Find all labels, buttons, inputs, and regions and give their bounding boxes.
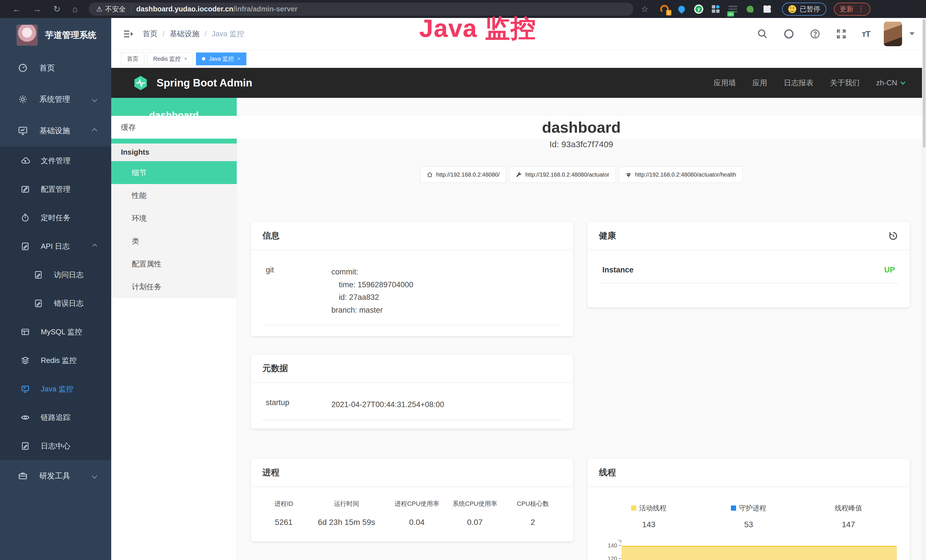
col-header-system-cpu: 系统CPU使用率 <box>446 499 504 508</box>
search-icon[interactable] <box>757 28 768 40</box>
health-url-button[interactable]: http://192.168.0.2:48080/actuator/health <box>619 166 743 183</box>
forward-icon[interactable]: → <box>33 5 41 14</box>
sba-nav-wallboard[interactable]: 应用墙 <box>714 78 736 88</box>
service-url-button[interactable]: http://192.168.0.2:48080/ <box>420 166 506 183</box>
sidebar-item-log-center[interactable]: 日志中心 <box>0 431 111 460</box>
admin-sidebar: 芋道管理系统 首页 系统管理 基础设施 文件管理 配置管理 <box>0 18 111 560</box>
sba-nav-about[interactable]: 关于我们 <box>830 78 859 88</box>
extension-icon-sprout[interactable] <box>745 4 755 14</box>
extension-icon-orange[interactable]: 1 <box>659 4 670 14</box>
help-icon[interactable] <box>809 28 821 40</box>
sidebar-item-config-manage[interactable]: 配置管理 <box>0 175 111 203</box>
legend-swatch-blue <box>731 506 736 511</box>
hamburger-icon[interactable] <box>123 28 134 40</box>
process-card-header: 进程 <box>251 459 573 487</box>
sidebar-item-mysql-monitor[interactable]: MySQL 监控 <box>0 318 111 346</box>
locale-selector[interactable]: zh-CN <box>876 79 905 87</box>
infra-submenu: 文件管理 配置管理 定时任务 API 日志 访问日志 错误日志 <box>0 146 111 460</box>
actuator-url-button[interactable]: http://192.168.0.2:48080/actuator <box>509 166 616 183</box>
sba-menu-classes[interactable]: 类 <box>111 230 237 253</box>
health-card-body: Instance UP <box>587 250 910 291</box>
back-icon[interactable]: ← <box>12 5 21 14</box>
extensions-bar: 1 y on <box>659 4 772 14</box>
gear-icon <box>18 94 28 104</box>
threads-card: 线程 活动线程 143 守护进程 53 <box>587 459 910 560</box>
page-scrollbar[interactable] <box>922 18 926 560</box>
close-icon[interactable]: × <box>237 56 241 62</box>
sba-nav-applications[interactable]: 应用 <box>752 78 767 88</box>
sba-menu-details[interactable]: 细节 <box>111 161 237 184</box>
extension-icon-rows[interactable]: on <box>728 4 738 14</box>
locale-label: zh-CN <box>876 79 897 87</box>
metadata-card-header: 元数据 <box>251 354 573 383</box>
paused-label: 已暂停 <box>800 5 820 14</box>
sidebar-item-label: MySQL 监控 <box>41 327 82 337</box>
service-url: http://192.168.0.2:48080/ <box>436 171 500 178</box>
sidebar-item-file-manage[interactable]: 文件管理 <box>0 146 111 175</box>
sba-menu-config-props[interactable]: 配置属性 <box>111 253 237 275</box>
sidebar-item-error-log[interactable]: 错误日志 <box>0 289 111 318</box>
paused-badge[interactable]: 已暂停 <box>782 3 826 16</box>
update-button[interactable]: 更新⋮ <box>834 3 870 16</box>
git-id-line: id: 27aa832 <box>331 291 558 304</box>
sidebar-item-api-log[interactable]: API 日志 <box>0 232 111 260</box>
tab-java-monitor[interactable]: Java 监控 × <box>196 53 246 65</box>
security-label[interactable]: 不安全 <box>105 5 126 14</box>
github-icon[interactable] <box>783 28 794 40</box>
sidebar-item-label: 配置管理 <box>41 184 70 194</box>
instance-links: http://192.168.0.2:48080/ http://192.168… <box>237 166 926 183</box>
axis-corner <box>618 540 621 543</box>
address-bar[interactable]: ⚠ 不安全 dashboard.yudao.iocoder.cn/infra/a… <box>89 3 633 16</box>
health-card-header: 健康 <box>587 222 910 250</box>
info-row-value: commit: time: 1596289704000 id: 27aa832 … <box>331 266 558 316</box>
reload-icon[interactable]: ↻ <box>53 5 61 14</box>
app-logo <box>17 24 38 45</box>
fullscreen-icon[interactable] <box>835 28 847 40</box>
tab-redis-monitor[interactable]: Redis 监控 × <box>147 53 193 65</box>
sidebar-item-label: 访问日志 <box>54 270 83 280</box>
sidebar-item-scheduled-jobs[interactable]: 定时任务 <box>0 203 111 232</box>
sidebar-item-system[interactable]: 系统管理 <box>0 83 111 115</box>
user-avatar[interactable] <box>884 22 902 46</box>
scrollbar-thumb[interactable] <box>923 19 925 147</box>
font-size-icon[interactable]: тT <box>862 29 870 39</box>
sidebar-item-home[interactable]: 首页 <box>0 52 111 83</box>
sidebar-item-redis-monitor[interactable]: Redis 监控 <box>0 346 111 375</box>
sba-brand-title: Spring Boot Admin <box>157 77 253 89</box>
caret-down-icon[interactable] <box>909 32 915 35</box>
tab-home[interactable]: 首页 <box>121 53 144 65</box>
bookmark-star-icon[interactable]: ☆ <box>641 4 649 14</box>
sidebar-item-label: 日志中心 <box>41 441 70 451</box>
chart-plot-area <box>621 542 898 560</box>
home-icon[interactable]: ⌂ <box>73 5 77 14</box>
sidebar-item-devtools[interactable]: 研发工具 <box>0 460 111 492</box>
extension-icon-grid[interactable] <box>711 4 721 14</box>
on-badge: on <box>727 11 734 17</box>
sba-menu-metrics[interactable]: 性能 <box>111 184 237 207</box>
git-time-line: time: 1596289704000 <box>331 278 558 291</box>
history-icon[interactable] <box>888 231 898 241</box>
chevron-down-icon <box>92 97 97 102</box>
sba-nav-journal[interactable]: 日志报表 <box>784 78 813 88</box>
legend-value: 53 <box>699 520 799 529</box>
chart-y-axis: 140 120 100 <box>599 542 621 560</box>
legend-label: 活动线程 <box>639 504 666 513</box>
git-commit-line: commit: <box>331 266 558 278</box>
sba-menu-environment[interactable]: 环境 <box>111 207 237 230</box>
sidebar-item-java-monitor[interactable]: Java 监控 <box>0 375 111 403</box>
extension-icon-pin[interactable] <box>676 4 687 14</box>
extension-icon-y[interactable]: y <box>694 4 704 14</box>
extension-icon-puzzle[interactable] <box>762 4 772 14</box>
sidebar-item-access-log[interactable]: 访问日志 <box>0 260 111 289</box>
sidebar-item-tracing[interactable]: 链路追踪 <box>0 403 111 431</box>
breadcrumb-home[interactable]: 首页 <box>142 29 157 39</box>
value-process-cpu: 0.04 <box>388 518 446 527</box>
breadcrumb-infra[interactable]: 基础设施 <box>170 29 199 39</box>
browser-menu-icon[interactable]: ⋮ <box>857 5 865 14</box>
info-row-label: git <box>266 266 331 316</box>
update-label: 更新 <box>840 5 853 14</box>
close-icon[interactable]: × <box>184 56 188 62</box>
sidebar-item-infra[interactable]: 基础设施 <box>0 115 111 146</box>
sba-menu-scheduled-tasks[interactable]: 计划任务 <box>111 275 237 298</box>
legend-label: 线程峰值 <box>835 504 862 513</box>
